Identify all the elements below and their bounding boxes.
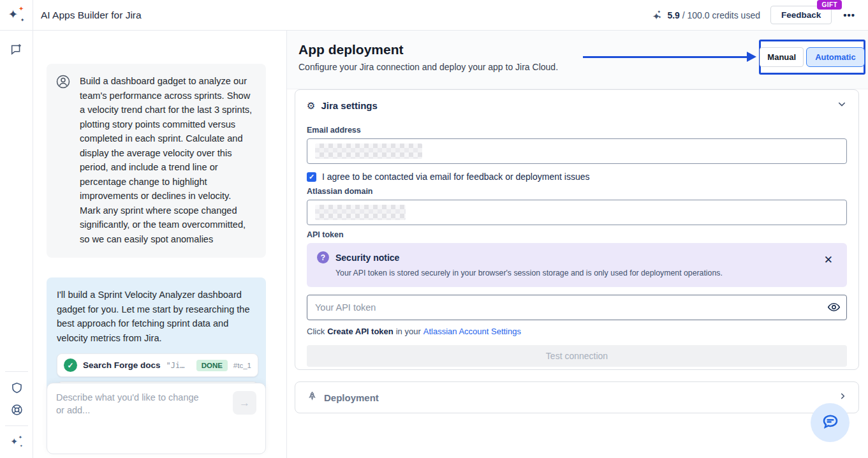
assistant-message-text: I'll build a Sprint Velocity Analyzer da… [57,288,258,345]
help-text: in your [396,327,421,336]
help-text: Click [307,327,325,336]
jira-settings-card: ⚙ Jira settings Email address ✓ I agree … [295,89,859,370]
api-token-label: API token [307,230,847,239]
chat-input[interactable] [56,391,209,442]
icon-rail: ✦✦✦ [0,31,33,458]
chevron-right-icon[interactable] [838,392,847,403]
show-password-eye-icon[interactable] [827,300,841,316]
credits-used: 5.9 [667,10,679,20]
redacted-email-value [315,144,422,159]
new-chat-icon[interactable] [5,38,28,60]
chevron-down-icon[interactable] [837,99,847,112]
help-lifebuoy-icon[interactable] [5,399,28,420]
more-menu-button[interactable]: ••• [842,7,857,23]
task-id: #tc_1 [233,362,251,369]
task-label: Search Forge docs [83,360,161,370]
consent-checkbox[interactable]: ✓ [307,172,316,182]
send-arrow-icon: → [239,397,250,410]
chat-panel: Build a dashboard gadget to analyze our … [33,31,287,458]
support-chat-fab[interactable] [811,403,850,442]
credits-counter: ✦✦✦ 5.9 / 100.0 credits used [651,10,760,21]
task-snippet: "Ji… [166,361,185,370]
deployment-card[interactable]: Deployment [295,381,859,413]
task-status-badge: DONE [196,360,228,371]
api-token-help: Click Create API token in your Atlassian… [307,327,847,336]
task-done-check-icon: ✓ [64,358,77,372]
chat-input-card: → [47,383,266,454]
user-avatar-icon [55,74,71,246]
help-bold-text: Create API token [327,327,394,336]
deployment-rocket-icon [307,391,318,404]
mode-manual-button[interactable]: Manual [760,47,804,67]
ai-sparkles-icon[interactable]: ✦✦✦ [8,434,26,450]
annotation-arrow [583,56,747,58]
app-logo: ✦✦✦ [0,0,33,31]
deployment-title: Deployment [324,392,379,403]
api-token-input[interactable] [307,295,847,320]
email-label: Email address [307,126,847,135]
domain-field[interactable] [307,200,847,225]
sparkle-logo-icon: ✦✦✦ [8,7,25,24]
jira-settings-header[interactable]: ⚙ Jira settings [307,90,847,121]
question-icon: ? [317,251,329,263]
security-notice-title: Security notice [335,253,399,263]
deployment-header: App deployment Configure your Jira conne… [287,31,868,89]
credits-total: / 100.0 credits used [682,10,760,20]
rail-divider [5,425,28,426]
security-notice-banner: ? Security notice Your API token is stor… [307,243,847,287]
credits-sparkle-icon: ✦✦✦ [652,10,661,19]
mode-automatic-button[interactable]: Automatic [806,47,865,67]
gear-icon: ⚙ [307,101,315,110]
annotation-highlight-box: Manual Automatic [759,40,865,75]
app-root: ✦✦✦ AI Apps Builder for Jira ✦✦✦ 5.9 / 1… [0,0,868,458]
consent-label: I agree to be contacted via email for fe… [322,172,589,182]
jira-settings-title: Jira settings [321,100,377,111]
security-notice-body: Your API token is stored securely in you… [335,269,837,277]
domain-label: Atlassian domain [307,187,847,196]
atlassian-settings-link[interactable]: Atlassian Account Settings [423,327,521,336]
rail-divider [5,371,28,372]
gift-badge: GIFT [817,0,842,10]
chat-bubble-icon [821,412,840,433]
user-message: Build a dashboard gadget to analyze our … [47,64,266,258]
top-bar: ✦✦✦ AI Apps Builder for Jira ✦✦✦ 5.9 / 1… [0,0,868,31]
task-item[interactable]: ✓ Search Forge docs "Ji… DONE #tc_1 [57,353,258,377]
send-button[interactable]: → [233,391,256,415]
app-title: AI Apps Builder for Jira [41,10,142,21]
user-message-text: Build a dashboard gadget to analyze our … [80,74,253,246]
main-panel: App deployment Configure your Jira conne… [287,31,868,458]
test-connection-button[interactable]: Test connection [307,345,847,367]
redacted-domain-value [315,205,406,220]
shield-icon[interactable] [5,377,28,399]
close-icon[interactable]: ✕ [824,253,833,267]
email-field[interactable] [307,138,847,164]
